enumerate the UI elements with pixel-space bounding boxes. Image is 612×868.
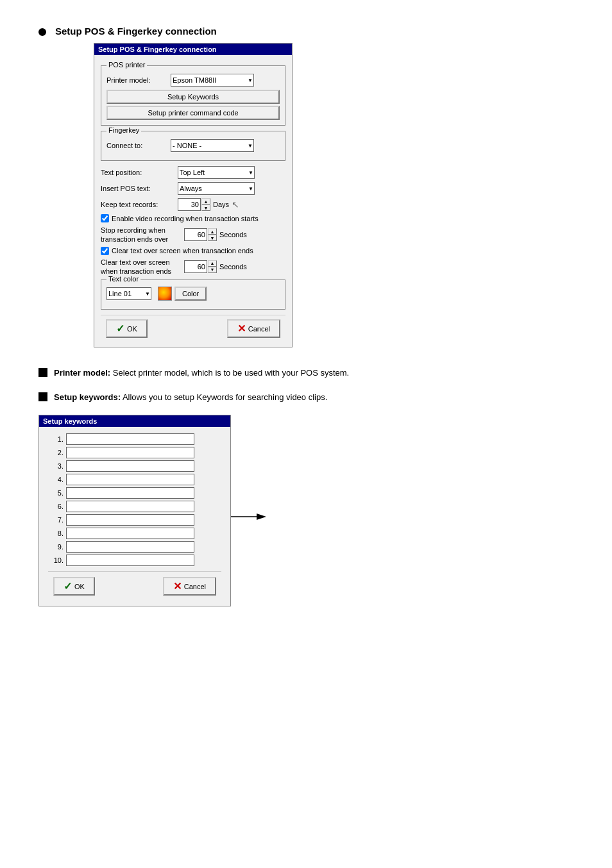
insert-pos-row: Insert POS text: Always [101,182,285,195]
keywords-dialog-body: 1.2.3.4.5.6.7.8.9.10. ✓ OK ✕ Cancel [39,427,230,606]
section-1: Setup POS & Fingerkey connection Setup P… [38,26,574,347]
text-position-select-wrapper[interactable]: Top Left [178,166,255,179]
text-color-group-label: Text color [106,275,140,283]
fingerkey-group-label: Fingerkey [106,126,141,134]
clear-text-time-row: Clear text over screen when transaction … [101,258,285,276]
printer-model-select-wrapper[interactable]: Epson TM88II [171,74,254,87]
keyword-input-3[interactable] [66,460,194,472]
text-position-label: Text position: [101,169,178,176]
enable-video-checkbox[interactable] [101,214,109,222]
pos-ok-button[interactable]: ✓ OK [106,319,148,338]
keyword-row-3: 3. [48,460,221,472]
keyword-num-1: 1. [48,435,64,443]
stop-arrows: ▲ ▼ [208,228,217,241]
clear-spinner: 60 ▲ ▼ Seconds [184,260,247,273]
keywords-dialog: Setup keywords 1.2.3.4.5.6.7.8.9.10. ✓ O… [38,415,231,606]
enable-video-label: Enable video recording when transaction … [112,215,259,222]
keyword-input-2[interactable] [66,447,194,458]
keyword-num-7: 7. [48,516,64,524]
keep-text-arrows: ▲ ▼ [201,198,210,211]
pos-ok-label: OK [127,325,137,333]
pos-dialog-footer: ✓ OK ✕ Cancel [101,315,285,342]
stop-recording-label: Stop recording when transaction ends ove… [101,226,184,244]
keyword-num-2: 2. [48,449,64,456]
arrow-annotation [231,507,266,526]
text-color-row: Line 01 Color [106,287,280,301]
keyword-row-8: 8. [48,528,221,539]
keyword-input-9[interactable] [66,541,194,553]
insert-pos-select[interactable]: Always [178,182,255,195]
pos-dialog-body: POS printer Printer model: Epson TM88II … [94,55,292,347]
keyword-input-10[interactable] [66,555,194,566]
clear-up[interactable]: ▲ [208,260,217,267]
pos-printer-group-label: POS printer [106,61,147,69]
keep-text-row: Keep text records: 30 ▲ ▼ Days ↖ [101,198,285,211]
keyword-row-2: 2. [48,447,221,458]
clear-unit: Seconds [219,263,247,271]
keyword-num-5: 5. [48,489,64,497]
keep-text-down[interactable]: ▼ [201,204,210,211]
insert-pos-label: Insert POS text: [101,185,178,192]
setup-printer-cmd-button[interactable]: Setup printer command code [106,106,280,120]
clear-arrows: ▲ ▼ [208,260,217,273]
stop-up[interactable]: ▲ [208,228,217,235]
color-button[interactable]: Color [174,287,207,301]
pos-dialog-title: Setup POS & Fingerkey connection [94,44,292,55]
insert-pos-select-wrapper[interactable]: Always [178,182,255,195]
keyword-input-8[interactable] [66,528,194,539]
sq-bullet-3 [38,392,47,401]
keep-text-label: Keep text records: [101,201,178,208]
keep-text-spinner: 30 ▲ ▼ Days ↖ [178,198,239,211]
connect-to-label: Connect to: [106,142,171,149]
keyword-input-1[interactable] [66,433,194,445]
printer-model-desc: Select printer model, which is to be use… [110,368,349,378]
keyword-row-6: 6. [48,501,221,512]
text-color-group: Text color Line 01 Color [101,280,285,310]
keep-text-input[interactable]: 30 [178,198,201,211]
keywords-ok-label: OK [74,583,85,590]
stop-down[interactable]: ▼ [208,235,217,241]
clear-down[interactable]: ▼ [208,267,217,273]
pos-printer-group: POS printer Printer model: Epson TM88II … [101,65,285,126]
keywords-cancel-icon: ✕ [173,580,182,592]
clear-input[interactable]: 60 [184,260,207,273]
clear-text-sub-label: Clear text over screen when transaction … [101,258,184,276]
keyword-row-9: 9. [48,541,221,553]
text-position-select[interactable]: Top Left [178,166,255,179]
stop-input[interactable]: 60 [184,228,207,241]
connect-to-row: Connect to: - NONE - [106,139,280,152]
clear-text-checkbox[interactable] [101,247,109,255]
line-select-wrapper[interactable]: Line 01 [106,287,151,300]
keyword-num-6: 6. [48,503,64,510]
keywords-cancel-label: Cancel [184,583,206,590]
keywords-dialog-title: Setup keywords [39,415,230,427]
keyword-input-7[interactable] [66,514,194,526]
keyword-input-5[interactable] [66,487,194,499]
printer-model-bold: Printer model: [54,368,110,378]
keyword-row-4: 4. [48,474,221,485]
keep-text-up[interactable]: ▲ [201,198,210,204]
cursor-icon: ↖ [232,199,239,210]
annotation-arrow [231,507,266,526]
connect-to-select-wrapper[interactable]: - NONE - [171,139,254,152]
keywords-ok-button[interactable]: ✓ OK [53,577,95,596]
keyword-input-6[interactable] [66,501,194,512]
connect-to-select[interactable]: - NONE - [171,139,254,152]
sq-bullet-2 [38,368,47,377]
printer-model-select[interactable]: Epson TM88II [171,74,254,87]
keyword-row-5: 5. [48,487,221,499]
keyword-input-4[interactable] [66,474,194,485]
keywords-section: Setup keywords 1.2.3.4.5.6.7.8.9.10. ✓ O… [38,415,574,606]
keyword-row-10: 10. [48,555,221,566]
keyword-num-3: 3. [48,462,64,470]
clear-text-check-label: Clear text over screen when transaction … [112,247,253,255]
printer-model-row: Printer model: Epson TM88II [106,74,280,87]
keywords-cancel-button[interactable]: ✕ Cancel [163,577,216,596]
pos-cancel-button[interactable]: ✕ Cancel [227,319,280,338]
arrow-head [257,513,266,520]
keep-text-unit: Days [213,201,229,208]
keywords-footer: ✓ OK ✕ Cancel [48,571,221,599]
setup-keywords-button[interactable]: Setup Keywords [106,90,280,104]
line-select[interactable]: Line 01 [106,287,151,300]
printer-model-label: Printer model: [106,76,171,84]
